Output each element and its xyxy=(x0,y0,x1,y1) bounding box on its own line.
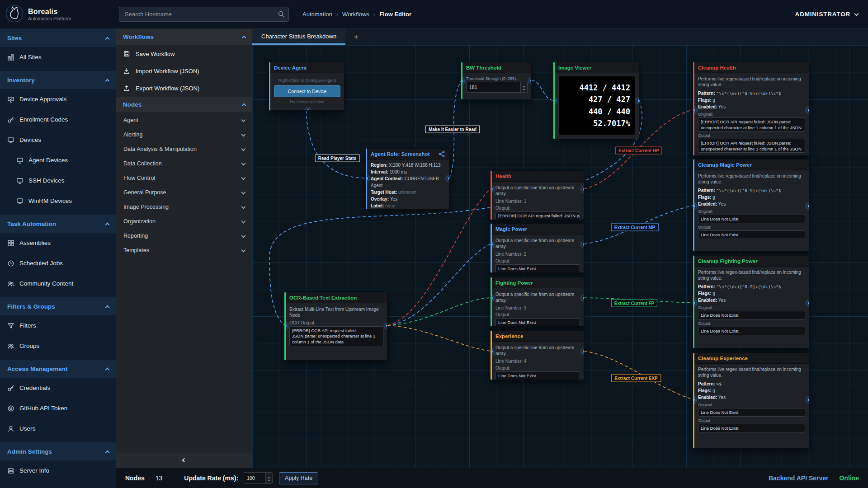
borealis-app: Borealis Automation Platform Automation … xyxy=(0,0,868,488)
output-port[interactable] xyxy=(582,187,584,192)
collapse-panel-button[interactable] xyxy=(116,453,252,468)
nodes-panel-header[interactable]: Nodes xyxy=(116,97,252,113)
node-experience[interactable]: Experience Output a specific line from a… xyxy=(491,330,584,380)
monitor-icon xyxy=(7,136,14,144)
breadcrumb-workflows[interactable]: Workflows xyxy=(342,11,369,18)
export-workflow-button[interactable]: Export Workflow (JSON) xyxy=(116,80,252,97)
import-workflow-button[interactable]: Import Workflow (JSON) xyxy=(116,62,252,80)
number-spinner[interactable] xyxy=(265,473,272,483)
chevron-up-icon xyxy=(242,36,246,40)
sidebar-header-sites[interactable]: Sites xyxy=(0,29,116,47)
sidebar-item-filters[interactable]: Filters xyxy=(0,315,116,336)
node-category-data-analysis[interactable]: Data Analysis & Manipulation xyxy=(116,142,252,156)
node-cleanup-experience[interactable]: Cleanup Experience Performs live regex-b… xyxy=(693,352,809,448)
node-category-image-processing[interactable]: Image Processing xyxy=(116,200,252,214)
output-box: Line Does Not Exist xyxy=(495,264,580,273)
threshold-input[interactable]: 181 xyxy=(466,82,528,93)
apply-rate-button[interactable]: Apply Rate xyxy=(279,472,318,484)
node-category-reporting[interactable]: Reporting xyxy=(116,229,252,243)
node-device-agent[interactable]: Device Agent Right-Click to Configure Ag… xyxy=(269,62,344,111)
node-image-viewer[interactable]: Image Viewer 4412 / 4412 427 / 427 440 /… xyxy=(553,62,639,139)
node-category-agent[interactable]: Agent xyxy=(116,113,252,127)
chevron-down-icon xyxy=(241,233,246,238)
add-tab-button[interactable]: + xyxy=(345,29,367,45)
node-fighting-power[interactable]: Fighting Power Output a specific line fr… xyxy=(491,277,584,327)
output-port[interactable] xyxy=(807,301,809,305)
sidebar-item-users[interactable]: Users xyxy=(0,418,116,439)
tab-character-status-breakdown[interactable]: Character Status Breakdown xyxy=(252,29,345,45)
sidebar-item-agent-devices[interactable]: Agent Devices xyxy=(0,150,116,170)
output-port[interactable] xyxy=(582,296,584,300)
sidebar-item-github-api-token[interactable]: GitHub API Token xyxy=(0,398,116,418)
sidebar-header-admin-settings[interactable]: Admin Settings xyxy=(0,442,116,460)
sidebar-item-community-content[interactable]: Community Content xyxy=(0,273,116,294)
breadcrumb-automation[interactable]: Automation xyxy=(302,11,332,18)
node-cleanup-health[interactable]: Cleanup Health Performs live regex-based… xyxy=(693,62,809,156)
output-box: Line Does Not Exist xyxy=(495,371,580,380)
sidebar-item-ssh-devices[interactable]: SSH Devices xyxy=(0,170,116,191)
node-category-flow-control[interactable]: Flow Control xyxy=(116,171,252,185)
configure-hint: Right-Click to Configure Agent xyxy=(274,78,340,83)
output-port[interactable] xyxy=(807,204,809,208)
save-workflow-button[interactable]: Save Workflow xyxy=(116,45,252,62)
output-port[interactable] xyxy=(582,242,584,247)
node-cleanup-magic-power[interactable]: Cleanup Magic Power Performs live regex-… xyxy=(693,159,809,251)
item-label: Devices xyxy=(19,136,41,143)
user-menu-label: ADMINISTRATOR xyxy=(795,11,850,18)
node-category-general-purpose[interactable]: General Purpose xyxy=(116,185,252,200)
sidebar-item-enrollment-codes[interactable]: Enrollment Codes xyxy=(0,109,116,130)
sidebar-item-groups[interactable]: Groups xyxy=(0,336,116,356)
node-title: Experience xyxy=(492,331,584,342)
sidebar-item-all-sites[interactable]: All Sites xyxy=(0,47,116,67)
output-port[interactable] xyxy=(385,324,387,328)
node-category-templates[interactable]: Templates xyxy=(116,243,252,258)
sidebar-item-server-info[interactable]: Server Info xyxy=(0,460,116,481)
node-category-alerting[interactable]: Alerting xyxy=(116,127,252,142)
output-port[interactable] xyxy=(807,108,809,113)
sidebar-item-scheduled-jobs[interactable]: Scheduled Jobs xyxy=(0,253,116,273)
flow-canvas[interactable]: Read Player Stats Make it Easier to Read… xyxy=(252,45,868,468)
chevron-down-icon xyxy=(241,175,246,180)
action-label: Save Workflow xyxy=(136,51,175,57)
connect-to-device-button[interactable]: Connect to Device xyxy=(274,85,340,97)
node-category-data-collection[interactable]: Data Collection xyxy=(116,156,252,171)
workflows-panel-header[interactable]: Workflows xyxy=(116,29,252,45)
output-port[interactable] xyxy=(529,79,532,83)
node-title: Cleanup Experience xyxy=(694,353,809,364)
export-icon xyxy=(123,84,130,92)
sidebar-section-sites: Sites All Sites xyxy=(0,29,116,67)
sidebar-header-inventory[interactable]: Inventory xyxy=(0,71,116,89)
backend-online-badge: Online xyxy=(839,474,859,482)
update-rate-input[interactable]: 100 xyxy=(244,472,273,484)
node-health[interactable]: Health Output a specific line from an up… xyxy=(491,170,584,220)
share-icon[interactable] xyxy=(438,150,445,158)
output-port[interactable] xyxy=(807,398,809,402)
node-cleanup-fighting-power[interactable]: Cleanup Fighting Power Performs live reg… xyxy=(693,255,809,348)
output-port[interactable] xyxy=(306,108,310,111)
node-title: Device Agent xyxy=(270,62,344,73)
output-port[interactable] xyxy=(637,99,639,103)
sidebar-item-devices[interactable]: Devices xyxy=(0,130,116,150)
input-port[interactable] xyxy=(553,99,557,103)
sidebar-item-assemblies[interactable]: Assemblies xyxy=(0,233,116,253)
number-spinner[interactable] xyxy=(520,82,527,92)
output-port[interactable] xyxy=(447,176,449,181)
node-agent-role-screenshot[interactable]: Agent Role: Screenshot Region: X:200 Y:4… xyxy=(366,148,449,209)
sidebar-header-task-automation[interactable]: Task Automation xyxy=(0,215,116,233)
search-input[interactable] xyxy=(119,7,289,22)
node-ocr-text-extraction[interactable]: OCR-Based Text Extraction Extract Multi-… xyxy=(284,292,387,361)
sidebar-item-winrm-devices[interactable]: WinRM Devices xyxy=(0,191,116,211)
chevron-down-icon xyxy=(241,146,246,151)
breadcrumb: Automation › Workflows › Flow Editor xyxy=(302,11,411,18)
output-port[interactable] xyxy=(582,349,584,354)
node-category-organization[interactable]: Organization xyxy=(116,214,252,229)
user-menu[interactable]: ADMINISTRATOR xyxy=(795,11,858,18)
sidebar-header-access-management[interactable]: Access Management xyxy=(0,360,116,378)
category-label: Reporting xyxy=(123,233,148,239)
node-magic-power[interactable]: Magic Power Output a specific line from … xyxy=(491,223,584,273)
sidebar-item-credentials[interactable]: Credentials xyxy=(0,378,116,398)
sidebar-item-device-approvals[interactable]: Device Approvals xyxy=(0,89,116,109)
node-bw-threshold[interactable]: BW Threshold Threshold Strength (0–255):… xyxy=(461,62,532,99)
sidebar-item-log-management[interactable]: Log Management xyxy=(0,481,116,488)
sidebar-header-filters-groups[interactable]: Filters & Groups xyxy=(0,297,116,315)
